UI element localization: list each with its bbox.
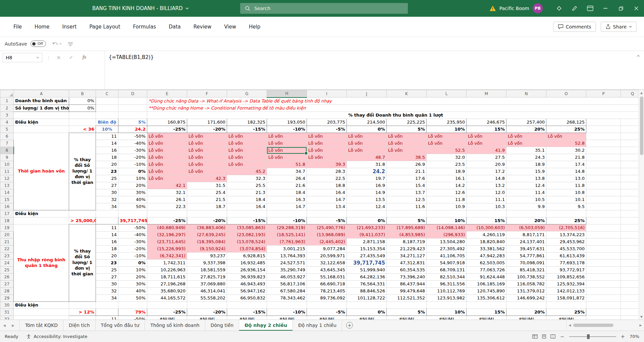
cell-M14[interactable]: 12.0	[467, 189, 506, 196]
cell-H11[interactable]: 34.7	[267, 168, 307, 175]
cell-A5[interactable]	[14, 126, 69, 133]
cell-D27[interactable]: 30%	[118, 280, 147, 287]
cell-L14[interactable]: 12.6	[427, 189, 467, 196]
cell-I8[interactable]: Lỗ vốn	[307, 147, 347, 154]
cell-L8[interactable]: 52.5	[427, 147, 467, 154]
cell-F9[interactable]: Lỗ vốn	[187, 154, 227, 161]
cell-K11[interactable]: 21.1	[387, 168, 427, 175]
cell-C9[interactable]: 18	[96, 154, 118, 161]
sheet-tab-độ-nhạy-2-chiều[interactable]: Độ nhạy 2 chiều	[239, 320, 293, 331]
cell-B32[interactable]	[69, 316, 96, 320]
cell-G31[interactable]: -15%	[227, 309, 267, 316]
cell-N7[interactable]: Lỗ vốn	[506, 140, 546, 147]
row-header-15[interactable]: 15	[0, 196, 14, 203]
cell-K13[interactable]: 15.4	[387, 182, 427, 189]
diamond-icon[interactable]	[551, 0, 567, 17]
cell-D5[interactable]: 24.2	[118, 126, 147, 133]
cell-E14[interactable]: 32.1	[147, 189, 187, 196]
cell-L16[interactable]: 10.9	[427, 203, 467, 210]
row-header-8[interactable]: 8	[0, 147, 14, 154]
cell-A6[interactable]: Thời gian hoàn vốn	[14, 133, 69, 210]
cell-L4[interactable]: 235,950	[427, 119, 467, 126]
col-header-G[interactable]: G	[227, 90, 267, 97]
cell-O17[interactable]	[546, 210, 586, 217]
cell-N32[interactable]: #NUM!	[506, 316, 546, 320]
cell-D19[interactable]: -50%	[118, 224, 147, 231]
cell-M7[interactable]: Lỗ vốn	[467, 140, 506, 147]
cell-E4[interactable]: 160,875	[147, 119, 187, 126]
cell-A3[interactable]	[14, 112, 69, 119]
cell-O18[interactable]: 25%	[546, 217, 586, 224]
cell-C16[interactable]: 34	[96, 203, 118, 210]
cell-G27[interactable]: 46,943,493	[227, 280, 267, 287]
row-header-13[interactable]: 13	[0, 182, 14, 189]
cell-E24[interactable]: 1,742,311	[147, 259, 187, 266]
cell-P6[interactable]	[586, 133, 621, 140]
workbook-title[interactable]: BANG TINH KINH DOANH - BILLIARD	[92, 0, 189, 17]
cell-D6[interactable]: -50%	[118, 133, 147, 140]
cell-E32[interactable]: #NUM!	[147, 316, 187, 320]
cell-P13[interactable]	[586, 182, 621, 189]
cell-C21[interactable]: 16	[96, 238, 118, 245]
sheet-nav-left-icon[interactable]: ◀	[0, 320, 9, 331]
cell-M26[interactable]: 91,624,448	[467, 273, 506, 280]
cell-B31[interactable]: > 12%	[69, 309, 96, 316]
cell-H25[interactable]: 35,290,749	[267, 266, 307, 273]
cell-G15[interactable]: 18.4	[227, 196, 267, 203]
cell-N20[interactable]: 8,817,171	[506, 231, 546, 238]
cell-F25[interactable]: 18,581,559	[187, 266, 227, 273]
cell-N14[interactable]: 11.4	[506, 189, 546, 196]
cell-N29[interactable]: 146,699,242	[506, 294, 546, 301]
cell-H12[interactable]: 26.4	[267, 175, 307, 182]
cell-L13[interactable]: 14.2	[427, 182, 467, 189]
cell-I24[interactable]: 32,122,658	[307, 259, 347, 266]
cell-J8[interactable]: Lỗ vốn	[347, 147, 387, 154]
cell-A32[interactable]	[14, 316, 69, 320]
cell-G4[interactable]: 182,325	[227, 119, 267, 126]
cell-J10[interactable]: 31.8	[347, 161, 387, 168]
row-header-1[interactable]: 1	[0, 97, 14, 105]
cell-J32[interactable]: #NUM!	[347, 316, 387, 320]
cell-P26[interactable]	[586, 273, 621, 280]
cell-P19[interactable]	[586, 224, 621, 231]
cell-M11[interactable]: 17.2	[467, 168, 506, 175]
cell-A1[interactable]: Doanh thu bình quân 1 l	[14, 97, 69, 105]
cell-H31[interactable]: -10%	[267, 309, 307, 316]
cell-H27[interactable]: 56,817,106	[267, 280, 307, 287]
select-all-corner[interactable]	[0, 90, 14, 97]
cell-J17[interactable]	[347, 210, 387, 217]
cell-K19[interactable]: (17,895,689)	[387, 224, 427, 231]
cell-J23[interactable]: 27,435,549	[347, 252, 387, 259]
cell-O10[interactable]: 17.4	[546, 161, 586, 168]
cell-N10[interactable]: 18.9	[506, 161, 546, 168]
cell-C13[interactable]: 27	[96, 182, 118, 189]
cell-C1[interactable]	[96, 97, 118, 105]
cell-G16[interactable]: 16.4	[227, 203, 267, 210]
cell-J22[interactable]: 15,153,354	[347, 245, 387, 252]
cell-B19[interactable]: % thay đổi Số lượng/ 1 đơn vị thời gian	[69, 224, 96, 301]
formula-input[interactable]: {=TABLE(B1,B2)}	[109, 54, 154, 60]
cell-N28[interactable]: 131,379,012	[506, 287, 546, 294]
cell-I28[interactable]: 78,213,405	[307, 287, 347, 294]
cell-C26[interactable]: 27	[96, 273, 118, 280]
col-header-P[interactable]: P	[586, 90, 621, 97]
cell-L20[interactable]: (296,933)	[427, 231, 467, 238]
cell-J18[interactable]: 0%	[347, 217, 387, 224]
cell-C32[interactable]: 11	[96, 316, 118, 320]
ribbon-tab-review[interactable]: Review	[194, 24, 212, 30]
cell-D17[interactable]	[118, 210, 147, 217]
cell-D3[interactable]	[118, 112, 147, 119]
vertical-scrollbar[interactable]: ▲ ▼	[639, 90, 644, 320]
row-header-6[interactable]: 6	[0, 133, 14, 140]
cell-J14[interactable]: 14.9	[347, 189, 387, 196]
cell-M10[interactable]: 20.9	[467, 161, 506, 168]
cell-F24[interactable]: 9,337,398	[187, 259, 227, 266]
cell-P30[interactable]	[586, 301, 621, 309]
cell-G19[interactable]: (33,085,863)	[227, 224, 267, 231]
cell-O4[interactable]: 268,125	[546, 119, 586, 126]
undo-button[interactable]	[52, 41, 62, 47]
cell-I13[interactable]: 18.8	[307, 182, 347, 189]
page-layout-view-icon[interactable]	[542, 334, 546, 339]
cell-J9[interactable]: 48.7	[347, 154, 387, 161]
cell-E2[interactable]: **Dùng chức năng Home -> Conditional For…	[147, 105, 644, 112]
